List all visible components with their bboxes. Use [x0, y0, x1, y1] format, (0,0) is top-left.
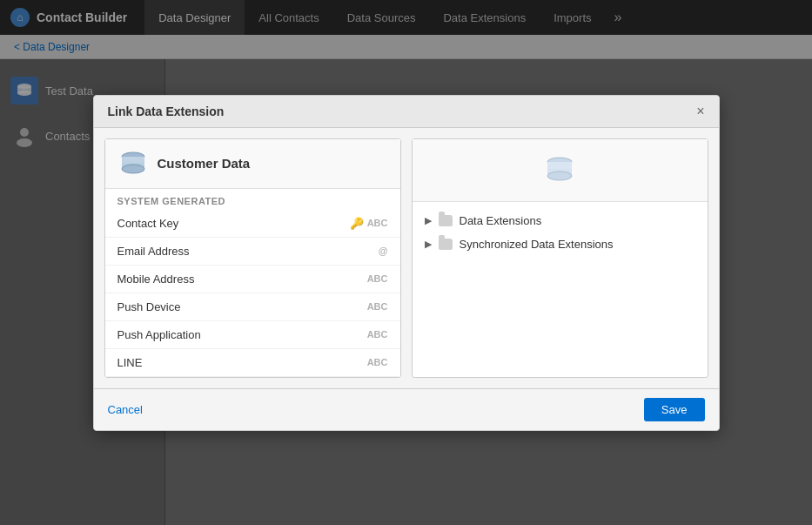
- field-type-line: ABC: [367, 357, 388, 367]
- tree-arrow-data-ext: ▶: [425, 215, 435, 226]
- left-panel-content[interactable]: SYSTEM GENERATED Contact Key 🔑 ABC Email…: [105, 189, 400, 377]
- svg-point-7: [122, 165, 144, 173]
- left-panel: Customer Data SYSTEM GENERATED Contact K…: [104, 138, 401, 378]
- modal-title: Link Data Extension: [108, 104, 225, 118]
- field-type-email: @: [379, 246, 388, 256]
- tree-label-data-extensions: Data Extensions: [460, 214, 542, 227]
- right-panel-header: [413, 139, 708, 202]
- modal-body: Customer Data SYSTEM GENERATED Contact K…: [94, 128, 719, 388]
- tree-arrow-sync-ext: ▶: [425, 239, 435, 250]
- field-name-mobile-address: Mobile Address: [117, 273, 367, 286]
- field-type-mobile: ABC: [367, 273, 388, 284]
- field-row-contact-key[interactable]: Contact Key 🔑 ABC: [105, 210, 400, 238]
- left-panel-title: Customer Data: [158, 156, 251, 171]
- save-button[interactable]: Save: [644, 398, 705, 421]
- section-label-system-generated: SYSTEM GENERATED: [105, 189, 400, 210]
- field-row-mobile-address[interactable]: Mobile Address ABC: [105, 266, 400, 293]
- right-panel-db-icon: [542, 151, 577, 189]
- field-name-line: LINE: [117, 356, 367, 369]
- tree-label-synchronized-data-extensions: Synchronized Data Extensions: [460, 238, 614, 251]
- folder-icon-sync-ext: [439, 239, 453, 250]
- svg-rect-8: [122, 157, 144, 163]
- field-name-push-application: Push Application: [117, 328, 367, 341]
- right-panel-content: ▶ Data Extensions ▶ Synchronized Data Ex…: [413, 202, 708, 377]
- customer-data-db-icon: [117, 148, 149, 179]
- field-type-contact-key: ABC: [367, 218, 388, 228]
- svg-point-11: [547, 172, 572, 180]
- key-icon: 🔑: [350, 217, 364, 230]
- field-row-push-application[interactable]: Push Application ABC: [105, 321, 400, 349]
- modal-overlay: Link Data Extension × Customer: [0, 0, 812, 525]
- field-row-email-address[interactable]: Email Address @: [105, 238, 400, 266]
- modal-close-button[interactable]: ×: [696, 104, 704, 118]
- field-row-line[interactable]: LINE ABC: [105, 349, 400, 377]
- modal-header: Link Data Extension ×: [94, 96, 719, 128]
- cancel-button[interactable]: Cancel: [108, 400, 143, 420]
- field-name-email-address: Email Address: [117, 245, 379, 258]
- folder-icon-data-ext: [439, 215, 453, 226]
- svg-rect-12: [547, 162, 572, 169]
- right-panel: ▶ Data Extensions ▶ Synchronized Data Ex…: [412, 138, 708, 378]
- tree-item-synchronized-data-extensions[interactable]: ▶ Synchronized Data Extensions: [413, 232, 708, 256]
- field-type-push-device: ABC: [367, 301, 388, 312]
- field-name-contact-key: Contact Key: [117, 217, 350, 230]
- modal-footer: Cancel Save: [94, 388, 719, 430]
- tree-item-data-extensions[interactable]: ▶ Data Extensions: [413, 209, 708, 232]
- field-type-push-application: ABC: [367, 329, 388, 340]
- field-name-push-device: Push Device: [117, 300, 367, 313]
- left-panel-header: Customer Data: [105, 139, 400, 189]
- link-data-extension-modal: Link Data Extension × Customer: [93, 95, 720, 431]
- field-row-push-device[interactable]: Push Device ABC: [105, 293, 400, 321]
